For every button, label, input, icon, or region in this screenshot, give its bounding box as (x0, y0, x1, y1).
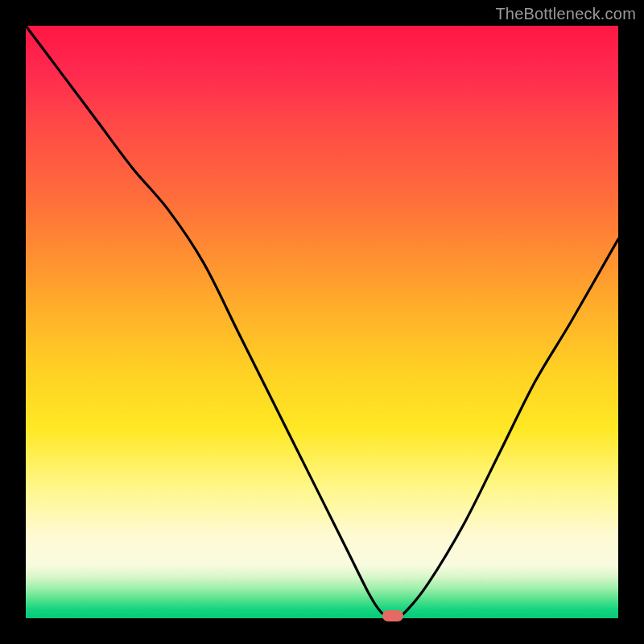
optimal-point-marker (382, 610, 403, 621)
plot-background-gradient (26, 26, 618, 618)
chart-frame: TheBottleneck.com (0, 0, 644, 644)
attribution-text: TheBottleneck.com (495, 5, 636, 23)
